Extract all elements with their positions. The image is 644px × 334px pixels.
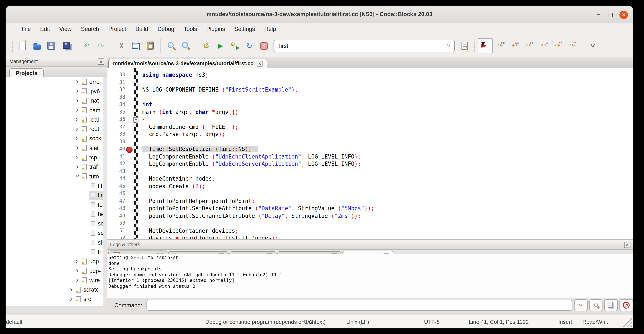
tree-row-sock[interactable]: >sock [6,134,103,143]
tree-row-mat[interactable]: >mat [6,96,103,106]
title-bar[interactable]: mnt/dev/tools/source/ns-3-dev/examples/t… [6,6,633,23]
tab-projects[interactable]: Projects [9,68,44,78]
tree-row-se[interactable]: se [6,219,103,228]
chevron-right-icon[interactable]: > [76,276,79,284]
menu-file[interactable]: File [17,24,36,34]
chevron-right-icon[interactable]: > [76,125,79,133]
fold-marker-icon[interactable]: − [133,117,138,123]
tab-close-icon[interactable]: ✕ [257,61,263,67]
save-button[interactable] [44,39,58,53]
breakpoint-icon[interactable] [126,146,132,153]
menu-build[interactable]: Build [131,24,153,34]
code-editor[interactable]: 30using namespace ns3;3132NS_LOG_COMPONE… [107,68,633,239]
abort-button[interactable]: ✕ [256,39,271,53]
close-button[interactable]: ✕ [620,11,628,19]
replace-button[interactable]: R [178,39,193,53]
maximize-button[interactable] [606,11,614,19]
tree-scrollbar[interactable] [103,77,107,306]
run-button[interactable]: ▶ [214,39,228,53]
menu-settings[interactable]: Settings [230,24,260,34]
chevron-right-icon[interactable]: > [76,97,79,105]
tree-row-fo[interactable]: fo [6,200,103,210]
debug-continue-button[interactable] [478,38,493,53]
chevron-right-icon[interactable]: > [76,163,79,171]
run-to-cursor-button[interactable]: ↷▪▪ [493,39,507,53]
build-target-button[interactable] [457,39,472,53]
undo-button[interactable]: ↶ [79,39,94,53]
tree-row-scratc[interactable]: >scratc [6,285,103,294]
tree-row-tcp[interactable]: >tcp [6,153,103,162]
toolbar-overflow-button[interactable]: > [586,39,600,53]
chevron-down-icon[interactable]: > [73,175,81,178]
chevron-right-icon[interactable]: > [70,286,73,294]
chevron-right-icon[interactable]: > [76,78,79,86]
tree-row-th[interactable]: th [6,247,103,257]
command-history-button[interactable]: > [574,299,588,311]
chevron-down-icon[interactable]: > [444,44,452,47]
resize-grip[interactable] [622,317,632,327]
save-all-button[interactable] [58,39,73,53]
menu-project[interactable]: Project [104,24,131,34]
tree-row-src[interactable]: >src [6,294,103,304]
tree-row-traf[interactable]: >traf [6,162,103,172]
copy-button[interactable] [129,39,143,53]
build-button[interactable]: ⚙ [199,39,214,53]
menu-debug[interactable]: Debug [153,24,179,34]
minimize-button[interactable] [594,11,602,19]
chevron-right-icon[interactable]: > [76,144,79,152]
tree-row-stat[interactable]: >stat [6,143,103,153]
chevron-right-icon[interactable]: > [76,116,79,124]
new-file-button[interactable] [15,39,30,53]
logs-close-button[interactable]: ✕ [624,242,630,248]
toolbar-grip[interactable] [11,39,14,53]
next-instruction-button[interactable]: ↷•• [550,39,565,53]
chevron-right-icon[interactable]: > [76,257,79,265]
find-button[interactable] [164,39,178,53]
open-button[interactable] [30,39,44,53]
cut-button[interactable] [114,39,129,53]
menu-search[interactable]: Search [76,24,104,34]
build-and-run-button[interactable] [228,39,242,53]
menu-edit[interactable]: Edit [36,24,55,34]
chevron-right-icon[interactable]: > [76,153,79,161]
debugger-settings-button[interactable]: ⚙ [589,299,603,311]
tree-row-erro[interactable]: >erro [6,77,103,87]
management-close-button[interactable]: ✕ [98,59,104,65]
chevron-right-icon[interactable]: > [70,295,73,303]
tree-row-udp-[interactable]: >udp- [6,266,103,276]
copy-log-button[interactable] [604,299,618,311]
paste-button[interactable] [143,39,158,53]
search-combo[interactable]: first > [274,40,455,52]
command-input[interactable] [146,300,572,311]
debugger-output[interactable]: Setting SHELL to '/bin/sh'doneSetting br… [107,254,633,298]
tree-row-fif[interactable]: fif [6,181,103,191]
chevron-right-icon[interactable]: > [76,134,79,143]
redo-button[interactable]: ↷ [94,39,108,53]
tree-row-rout[interactable]: >rout [6,124,103,134]
tree-row-real[interactable]: >real [6,115,103,124]
step-into-instruction-button[interactable]: ↷•• [565,39,579,53]
chevron-right-icon[interactable]: > [76,267,79,275]
tree-row-wire[interactable]: >wire [6,275,103,285]
step-out-button[interactable]: ↶▫ [536,39,550,53]
step-into-button[interactable]: ↷▪▪ [522,39,536,53]
menu-tools[interactable]: Tools [179,24,202,34]
menu-help[interactable]: Help [260,24,281,34]
chevron-right-icon[interactable]: > [76,106,79,114]
clear-log-button[interactable] [620,299,633,311]
tree-row-ipv6[interactable]: >ipv6 [6,87,103,96]
chevron-right-icon[interactable]: > [76,87,79,95]
tree-row-se[interactable]: se [6,228,103,238]
editor-tab-first-cc[interactable]: mnt/dev/tools/source/ns-3-dev/examples/t… [108,59,268,68]
tree-row-fir[interactable]: fir [6,191,103,200]
tree-row-nam[interactable]: >nam [6,106,103,115]
next-line-button[interactable]: ↶▫▫ [507,39,522,53]
menu-view[interactable]: View [54,24,76,34]
tree-row-udp[interactable]: >udp [6,257,103,266]
menu-plugins[interactable]: Plugins [202,24,230,34]
tree-row-tuto[interactable]: >tuto [6,172,103,181]
tree-row-si[interactable]: si [6,238,103,247]
tree-row-he[interactable]: he [6,209,103,219]
projects-tree[interactable]: >erro>ipv6>mat>nam>real>rout>sock>stat>t… [6,77,103,306]
rebuild-button[interactable]: ↻ [242,39,256,53]
